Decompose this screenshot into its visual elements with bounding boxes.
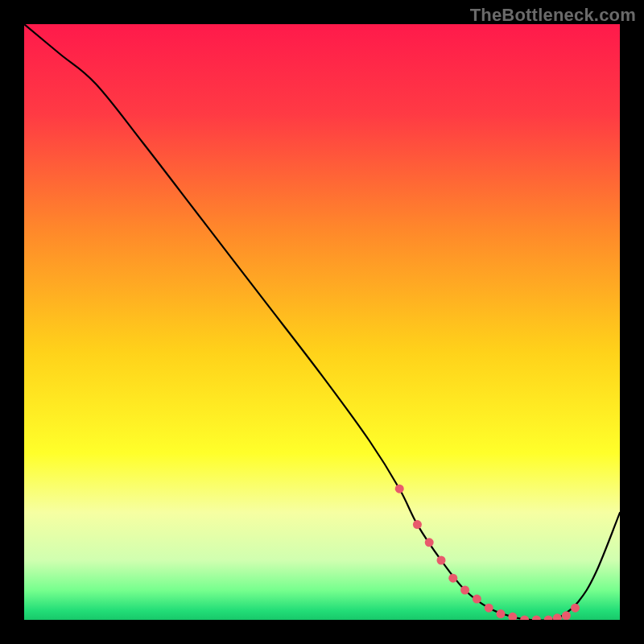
marker-dot: [413, 520, 422, 529]
marker-dot: [571, 604, 580, 613]
marker-dot: [497, 609, 506, 618]
gradient-background: [24, 24, 620, 620]
marker-dot: [437, 556, 446, 565]
plot-area: [24, 24, 620, 620]
marker-dot: [448, 574, 457, 583]
marker-dot: [485, 604, 493, 613]
marker-dot: [460, 586, 469, 595]
chart-frame: TheBottleneck.com: [0, 0, 644, 644]
marker-dot: [562, 611, 571, 620]
marker-dot: [473, 595, 481, 604]
marker-dot: [395, 485, 404, 493]
marker-dot: [425, 538, 434, 547]
watermark-text: TheBottleneck.com: [470, 5, 636, 26]
chart-svg: [24, 24, 620, 620]
